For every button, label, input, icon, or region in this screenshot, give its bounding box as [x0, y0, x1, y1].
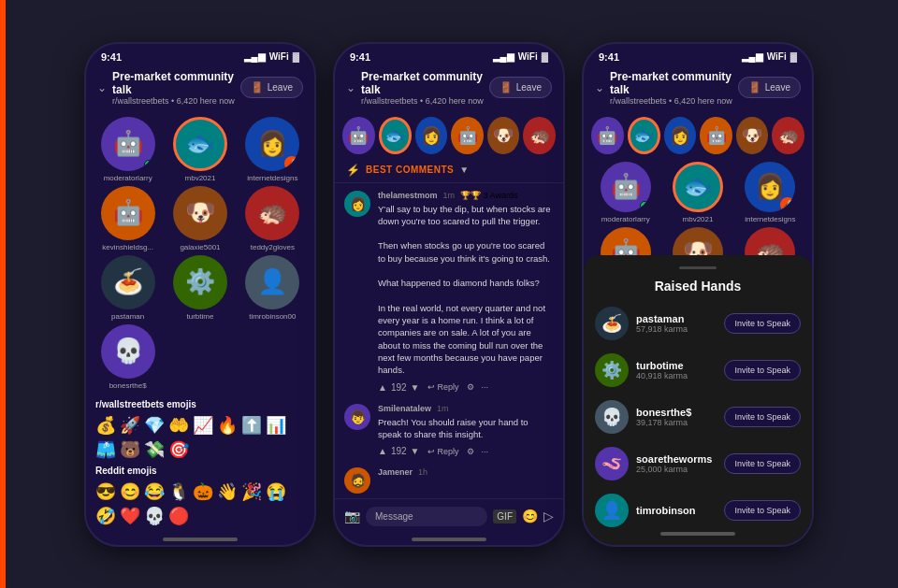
rh-info-pastaman: pastaman 57,918 karma [636, 313, 717, 334]
emoji-cash[interactable]: 💸 [144, 439, 165, 460]
chevron-icon-1[interactable]: ⌄ [97, 81, 107, 94]
avatar-mbv2021[interactable]: 🐟 mbv2021 [166, 117, 234, 182]
room-header-2: ⌄ Pre-market community talk r/wallstreet… [335, 66, 563, 113]
send-button[interactable]: ▷ [543, 509, 554, 523]
leave-button-2[interactable]: 🚪 Leave [489, 77, 552, 98]
leave-button-1[interactable]: 🚪 Leave [240, 77, 303, 98]
invite-btn-bonesrthe[interactable]: Invite to Speak [724, 407, 801, 427]
gif-icon[interactable]: GIF [493, 509, 516, 523]
avatar-circle-galaxie5001: 🐶 [173, 186, 227, 240]
emoji-cool[interactable]: 😎 [95, 481, 116, 502]
emoji-laugh[interactable]: 😂 [144, 481, 165, 502]
emoji-up-arrow[interactable]: ⬆️ [241, 415, 262, 436]
rh-name-bonesrthe: bonesrthe$ [636, 407, 717, 418]
emoji-chart[interactable]: 📊 [266, 415, 286, 436]
room-subtitle-1: r/wallstreetbets • 6,420 here now [112, 96, 240, 106]
emoji-bear[interactable]: 🐻 [120, 439, 140, 460]
avatar-internetdesigns[interactable]: 👩🎤 internetdesigns [239, 117, 307, 182]
emoji-money[interactable]: 💰 [95, 415, 116, 436]
chevron-icon-2[interactable]: ⌄ [346, 81, 355, 94]
av3-name-moderatorlarry: moderatorlarry [594, 215, 658, 223]
avatar-pastaman[interactable]: 🍝 pastaman [94, 255, 162, 321]
best-comments-label: BEST COMMENTS [366, 165, 454, 175]
strip-avatar-3: 👩 [415, 117, 448, 154]
vote-section-2: ▲ 192 ▼ [378, 446, 420, 456]
emoji-icon[interactable]: 😊 [522, 509, 538, 523]
rh-name-turbotime: turbotime [636, 360, 717, 371]
award-btn-1[interactable]: ⚙ [467, 382, 474, 392]
comment-text-1: Y'all say to buy the dip, but when stock… [378, 203, 554, 377]
emoji-heart[interactable]: ❤️ [120, 506, 140, 526]
more-btn-1[interactable]: ··· [482, 382, 489, 392]
reply-btn-2[interactable]: ↩ Reply [427, 447, 459, 456]
status-bar-2: 9:41 ▂▄▆ WiFi ▓ [335, 44, 563, 66]
invite-btn-timrobinson[interactable]: Invite to Speak [724, 500, 801, 521]
leave-label-3: Leave [765, 82, 790, 93]
emoji-shorts[interactable]: 🩳 [95, 439, 116, 460]
avatar-teddy2gloves[interactable]: 🦔 teddy2gloves [239, 186, 307, 251]
emoji-pumpkin[interactable]: 🎃 [193, 481, 213, 502]
emoji-party[interactable]: 🎉 [241, 481, 262, 502]
comment-header-1: thelamestmom 1m 🏆🏆 3 Awards [378, 191, 554, 200]
emoji-target[interactable]: 🎯 [168, 439, 189, 460]
room-title-1: Pre-market community talk [112, 70, 240, 96]
avatar-galaxie5001[interactable]: 🐶 galaxie5001 [166, 186, 234, 251]
emoji-rocket[interactable]: 🚀 [120, 415, 140, 436]
avatar-timrobinson00[interactable]: 👤 timrobinson00 [239, 255, 307, 321]
avatar-name-mbv2021: mbv2021 [168, 174, 232, 182]
reply-btn-1[interactable]: ↩ Reply [427, 382, 459, 392]
avatar-circle-teddy2gloves: 🦔 [245, 186, 299, 240]
rh-avatar-bonesrthe: 💀 [595, 400, 629, 434]
chevron-icon-3[interactable]: ⌄ [595, 81, 604, 94]
emoji-skull[interactable]: 💀 [144, 506, 165, 526]
emoji-chart-up[interactable]: 📈 [193, 415, 213, 436]
status-icons-1: ▂▄▆ WiFi ▓ [244, 51, 299, 62]
online-dot-moderatorlarry [144, 160, 153, 169]
downvote-icon-1[interactable]: ▼ [411, 382, 420, 393]
emoji-penguin[interactable]: 🐧 [168, 481, 189, 502]
status-bar-1: 9:41 ▂▄▆ WiFi ▓ [86, 44, 314, 66]
emoji-fire[interactable]: 🔥 [217, 415, 238, 436]
leave-button-3[interactable]: 🚪 Leave [738, 77, 801, 98]
strip-avatar-1: 🤖 [342, 117, 375, 154]
phone-2: 9:41 ▂▄▆ WiFi ▓ ⌄ Pre-market community t… [333, 42, 565, 547]
upvote-icon-1[interactable]: ▲ [378, 382, 387, 393]
emoji-rofl[interactable]: 🤣 [95, 506, 116, 526]
time-2: 9:41 [350, 51, 370, 63]
avatar-moderatorlarry[interactable]: 🤖 moderatorlarry [94, 117, 162, 182]
invite-btn-pastaman[interactable]: Invite to Speak [724, 313, 801, 334]
camera-icon[interactable]: 📷 [344, 509, 360, 523]
emoji-wave[interactable]: 👋 [217, 481, 238, 502]
emoji-hands[interactable]: 🤲 [168, 415, 189, 436]
avatar-bonesrthe[interactable]: 💀 bonesrthe$ [94, 324, 162, 390]
emoji-smile[interactable]: 😊 [120, 481, 140, 502]
comment-header-2: Smilenatalew 1m [378, 404, 554, 413]
rh-avatar-timrobinson: 👤 [595, 494, 629, 527]
emoji-sob[interactable]: 😭 [266, 481, 286, 502]
av3-internetdesigns[interactable]: 👩🎤 internetdesigns [736, 162, 804, 223]
rh-item-turbotime: ⚙️ turbotime 40,918 karma Invite to Spea… [595, 350, 801, 391]
emoji-red-circle[interactable]: 🔴 [168, 506, 189, 526]
room-title-block-1: Pre-market community talk r/wallstreetbe… [112, 70, 240, 106]
av3-mbv2021[interactable]: 🐟 mbv2021 [663, 162, 731, 223]
message-input[interactable]: Message [366, 507, 487, 526]
av3-moderatorlarry[interactable]: 🤖 moderatorlarry [591, 162, 659, 223]
upvote-icon-2[interactable]: ▲ [378, 446, 387, 456]
avatar-turbtime[interactable]: ⚙️ turbtime [166, 255, 234, 321]
avatar-kevinshieldsg[interactable]: 🤖 kevinshieldsg... [94, 186, 162, 251]
avatar-name-kevinshieldsg: kevinshieldsg... [96, 243, 160, 251]
award-btn-2[interactable]: ⚙ [467, 447, 474, 456]
invite-btn-turbotime[interactable]: Invite to Speak [724, 360, 801, 380]
sort-icon: ▼ [459, 165, 469, 175]
leave-icon-3: 🚪 [748, 81, 761, 93]
more-btn-2[interactable]: ··· [482, 447, 489, 456]
comment-avatar-3: 🧔 [344, 467, 370, 494]
message-bar: 📷 Message GIF 😊 ▷ [335, 498, 563, 534]
raised-hands-list: 🍝 pastaman 57,918 karma Invite to Speak … [595, 303, 801, 531]
av3-circle-mbv2021: 🐟 [673, 162, 723, 212]
comment-body-2: Smilenatalew 1m Preach! You should raise… [378, 404, 554, 457]
strip-avatar-4: 🤖 [451, 117, 484, 154]
invite-btn-soaretheworms[interactable]: Invite to Speak [724, 453, 801, 474]
downvote-icon-2[interactable]: ▼ [411, 446, 420, 456]
emoji-gem[interactable]: 💎 [144, 415, 165, 436]
